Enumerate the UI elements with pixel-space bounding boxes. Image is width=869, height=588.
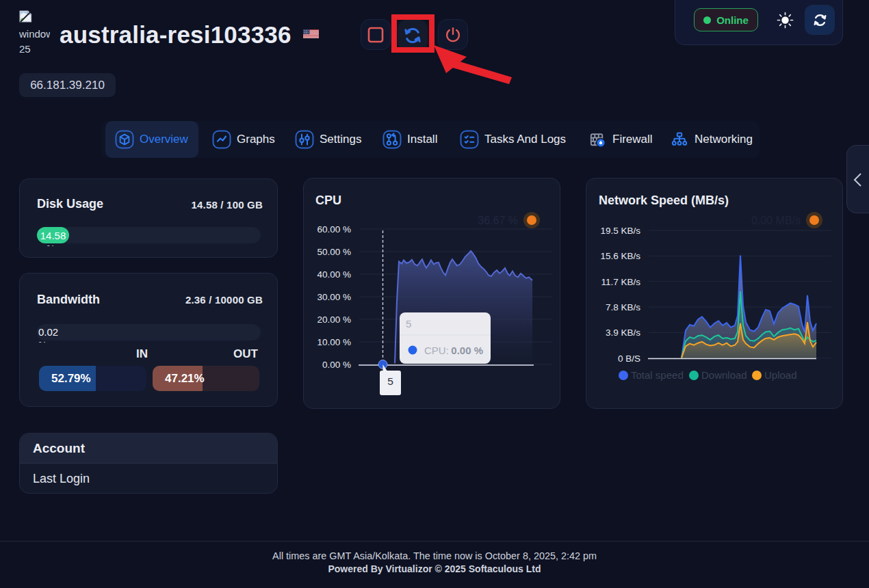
svg-text:5: 5: [406, 318, 411, 330]
svg-text:Download: Download: [701, 369, 747, 381]
svg-text:0.00 %: 0.00 %: [451, 345, 483, 356]
svg-text:0 B/S: 0 B/S: [618, 353, 640, 364]
svg-text:5: 5: [387, 375, 393, 387]
svg-text:Total speed: Total speed: [631, 369, 684, 381]
svg-text:50.00 %: 50.00 %: [317, 247, 351, 257]
svg-text:CPU: CPU: [315, 193, 341, 207]
svg-text:7.8 KB/s: 7.8 KB/s: [606, 302, 640, 312]
svg-text:40.00 %: 40.00 %: [317, 269, 351, 280]
svg-text:Upload: Upload: [764, 369, 797, 381]
svg-text:60.00 %: 60.00 %: [317, 224, 351, 235]
svg-text:3.9 KB/s: 3.9 KB/s: [606, 328, 640, 338]
svg-text:CPU:: CPU:: [424, 345, 449, 356]
svg-text:Network Speed (MB/s): Network Speed (MB/s): [599, 193, 729, 207]
svg-text:36.67 %: 36.67 %: [478, 215, 518, 226]
svg-text:10.00 %: 10.00 %: [317, 337, 351, 347]
svg-text:15.6 KB/s: 15.6 KB/s: [600, 251, 640, 261]
svg-text:11.7 KB/s: 11.7 KB/s: [601, 277, 640, 287]
svg-text:20.00 %: 20.00 %: [317, 315, 351, 325]
svg-text:0.00 MB/s: 0.00 MB/s: [751, 215, 801, 226]
svg-text:30.00 %: 30.00 %: [317, 292, 351, 302]
svg-text:19.5 KB/s: 19.5 KB/s: [600, 226, 640, 236]
svg-text:0.00 %: 0.00 %: [322, 360, 351, 370]
